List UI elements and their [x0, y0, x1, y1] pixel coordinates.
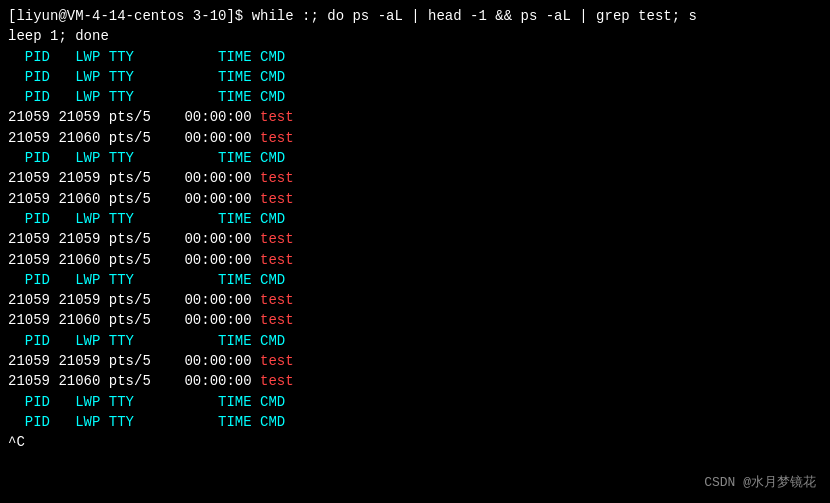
row-3b: 21059 21060 pts/5 00:00:00 test	[8, 250, 822, 270]
row-1b: 21059 21060 pts/5 00:00:00 test	[8, 128, 822, 148]
row-2a: 21059 21059 pts/5 00:00:00 test	[8, 168, 822, 188]
row-4a: 21059 21059 pts/5 00:00:00 test	[8, 290, 822, 310]
header-5: PID LWP TTY TIME CMD	[8, 209, 822, 229]
row-5a: 21059 21059 pts/5 00:00:00 test	[8, 351, 822, 371]
prompt-line: [liyun@VM-4-14-centos 3-10]$ while :; do…	[8, 6, 822, 47]
row-2b: 21059 21060 pts/5 00:00:00 test	[8, 189, 822, 209]
header-3: PID LWP TTY TIME CMD	[8, 87, 822, 107]
header-2: PID LWP TTY TIME CMD	[8, 67, 822, 87]
watermark: CSDN @水月梦镜花	[704, 474, 816, 493]
header-8: PID LWP TTY TIME CMD	[8, 392, 822, 412]
header-7: PID LWP TTY TIME CMD	[8, 331, 822, 351]
row-5b: 21059 21060 pts/5 00:00:00 test	[8, 371, 822, 391]
terminal: [liyun@VM-4-14-centos 3-10]$ while :; do…	[0, 0, 830, 503]
row-1a: 21059 21059 pts/5 00:00:00 test	[8, 107, 822, 127]
header-1: PID LWP TTY TIME CMD	[8, 47, 822, 67]
header-6: PID LWP TTY TIME CMD	[8, 270, 822, 290]
row-4b: 21059 21060 pts/5 00:00:00 test	[8, 310, 822, 330]
header-9: PID LWP TTY TIME CMD	[8, 412, 822, 432]
header-4: PID LWP TTY TIME CMD	[8, 148, 822, 168]
row-3a: 21059 21059 pts/5 00:00:00 test	[8, 229, 822, 249]
ctrl-c: ^C	[8, 432, 822, 452]
